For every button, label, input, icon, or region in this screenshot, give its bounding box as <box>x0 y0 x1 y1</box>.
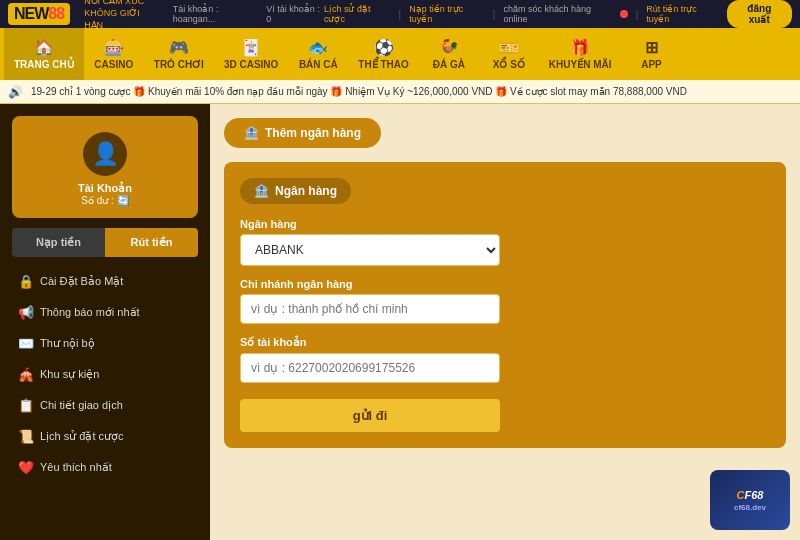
bank-field-label: Ngân hàng <box>240 218 770 230</box>
nav-item-trochoi[interactable]: 🎮 TRÒ CHƠI <box>144 28 214 80</box>
mail-icon: ✉️ <box>18 336 34 351</box>
live-link[interactable]: Nạp tiền trực tuyến <box>409 4 485 24</box>
branch-field-label: Chi nhánh ngân hàng <box>240 278 770 290</box>
form-section-title: 🏦 Ngân hàng <box>240 178 351 204</box>
sidebar-item-security[interactable]: 🔒 Cài Đặt Bảo Mật <box>12 267 198 296</box>
lottery-icon: 🎫 <box>499 38 519 57</box>
history-link[interactable]: Lịch sử đặt cược <box>324 4 391 24</box>
avatar: 👤 <box>83 132 127 176</box>
watermark-domain: cf68.dev <box>734 503 766 512</box>
branch-input[interactable] <box>240 294 500 324</box>
nav-item-daga[interactable]: 🐓 ĐÁ GÀ <box>419 28 479 80</box>
top-bar: NEW88 NỐI CẢM XÚC KHÔNG GIỚI HẠN Tài kho… <box>0 0 800 28</box>
sidebar-item-history[interactable]: 📜 Lịch sử đặt cược <box>12 422 198 451</box>
user-section: 👤 Tài Khoản Số dư : 🔄 <box>12 116 198 218</box>
action-tabs: Nạp tiền Rút tiền <box>12 228 198 257</box>
nav-item-casino[interactable]: 🎰 CASINO <box>84 28 144 80</box>
app-icon: ⊞ <box>645 38 658 57</box>
sidebar-item-notifications[interactable]: 📢 Thông báo mới nhất <box>12 298 198 327</box>
chat-link[interactable]: chăm sóc khách hàng online <box>503 4 612 24</box>
nav-item-3dcasino[interactable]: 🃏 3D CASINO <box>214 28 288 80</box>
wallet-info: Ví tài khoản : 0 <box>266 4 324 24</box>
ticker-text: 19-29 chỉ 1 vòng cược 🎁 Khuyến mãi 10% đ… <box>31 86 687 97</box>
submit-button[interactable]: gửi đi <box>240 399 500 432</box>
nav-item-xoso[interactable]: 🎫 XỔ SỐ <box>479 28 539 80</box>
casino-icon: 🎰 <box>104 38 124 57</box>
account-field-label: Số tài khoản <box>240 336 770 349</box>
logo-text: NEW88 <box>8 3 70 25</box>
bank-select[interactable]: ABBANK VCB TCB ACB MB <box>240 234 500 266</box>
top-bar-left: NEW88 NỐI CẢM XÚC KHÔNG GIỚI HẠN Tài kho… <box>8 0 324 32</box>
nav-item-banca[interactable]: 🐟 BÁN CÁ <box>288 28 348 80</box>
sidebar-item-transactions[interactable]: 📋 Chi tiết giao dịch <box>12 391 198 420</box>
nav-item-trangchu[interactable]: 🏠 TRANG CHỦ <box>4 28 84 80</box>
sidebar: 👤 Tài Khoản Số dư : 🔄 Nạp tiền Rút tiền … <box>0 104 210 540</box>
deposit-tab[interactable]: Nạp tiền <box>12 228 105 257</box>
game-icon: 🎮 <box>169 38 189 57</box>
nav-item-thethao[interactable]: ⚽ THỂ THAO <box>348 28 418 80</box>
3d-casino-icon: 🃏 <box>241 38 261 57</box>
account-input[interactable] <box>240 353 500 383</box>
ticker-bar: 🔊 19-29 chỉ 1 vòng cược 🎁 Khuyến mãi 10%… <box>0 80 800 104</box>
sidebar-item-inbox[interactable]: ✉️ Thư nội bộ <box>12 329 198 358</box>
bank-add-icon: 🏦 <box>244 126 259 140</box>
refresh-icon[interactable]: 🔄 <box>117 195 129 206</box>
security-icon: 🔒 <box>18 274 34 289</box>
logout-button[interactable]: đăng xuất <box>727 0 792 28</box>
notification-icon: 📢 <box>18 305 34 320</box>
event-icon: 🎪 <box>18 367 34 382</box>
watermark-badge: CF68 cf68.dev <box>710 470 790 530</box>
history-icon: 📜 <box>18 429 34 444</box>
promo-icon: 🎁 <box>570 38 590 57</box>
sidebar-menu: 🔒 Cài Đặt Bảo Mật 📢 Thông báo mới nhất ✉… <box>12 267 198 482</box>
nav-item-khuyenmai[interactable]: 🎁 KHUYẾN MÃI <box>539 28 622 80</box>
nav-bar: 🏠 TRANG CHỦ 🎰 CASINO 🎮 TRÒ CHƠI 🃏 3D CAS… <box>0 28 800 80</box>
tagline: NỐI CẢM XÚC KHÔNG GIỚI HẠN <box>84 0 157 32</box>
add-bank-button[interactable]: 🏦 Thêm ngân hàng <box>224 118 381 148</box>
top-bar-right: Lịch sử đặt cược | Nạp tiền trực tuyến |… <box>324 0 792 28</box>
transaction-icon: 📋 <box>18 398 34 413</box>
watermark-brand: CF68 <box>737 489 764 501</box>
main-layout: 👤 Tài Khoản Số dư : 🔄 Nạp tiền Rút tiền … <box>0 104 800 540</box>
withdraw-tab[interactable]: Rút tiền <box>105 228 198 257</box>
sports-icon: ⚽ <box>374 38 394 57</box>
speaker-icon: 🔊 <box>8 85 23 99</box>
fish-icon: 🐟 <box>308 38 328 57</box>
account-input-group: Số tài khoản <box>240 336 770 383</box>
bank-form-card: 🏦 Ngân hàng Ngân hàng ABBANK VCB TCB ACB… <box>224 162 786 448</box>
balance-label: Số dư : 🔄 <box>81 195 128 206</box>
logo[interactable]: NEW88 <box>8 3 70 25</box>
favorite-icon: ❤️ <box>18 460 34 475</box>
bank-select-group: Ngân hàng ABBANK VCB TCB ACB MB <box>240 218 770 266</box>
bank-section-icon: 🏦 <box>254 184 269 198</box>
username-label: Tài Khoản <box>78 182 132 195</box>
withdraw-live-link[interactable]: Rút tiền trực tuyến <box>646 4 718 24</box>
account-info: Tài khoản : hoangan... <box>173 4 258 24</box>
online-indicator <box>620 10 628 18</box>
nav-item-app[interactable]: ⊞ APP <box>621 28 681 80</box>
home-icon: 🏠 <box>34 38 54 57</box>
branch-input-group: Chi nhánh ngân hàng <box>240 278 770 324</box>
sidebar-item-events[interactable]: 🎪 Khu sự kiện <box>12 360 198 389</box>
sidebar-item-favorites[interactable]: ❤️ Yêu thích nhất <box>12 453 198 482</box>
cockfight-icon: 🐓 <box>439 38 459 57</box>
